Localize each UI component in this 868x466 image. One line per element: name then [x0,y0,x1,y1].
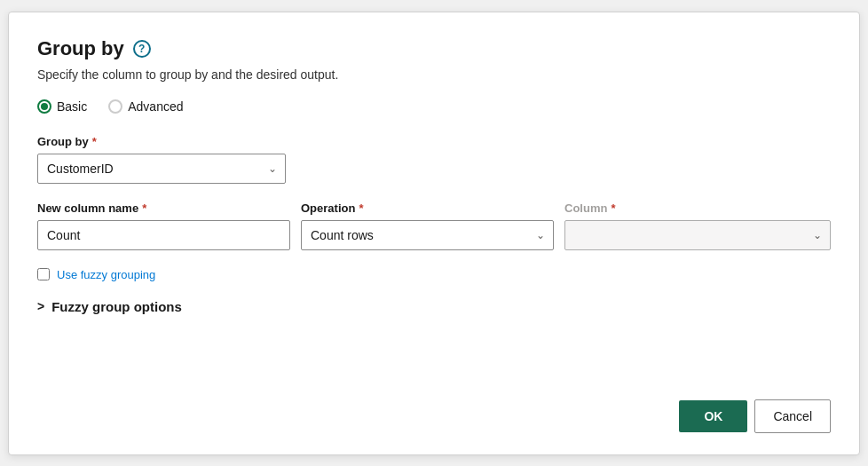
operation-required: * [359,201,363,215]
column-field: Column * ⌄ [564,201,831,250]
operation-label: Operation * [301,201,554,215]
group-by-select[interactable]: CustomerID OrderID ProductID [37,154,286,184]
aggregation-row: New column name * Operation * Count rows… [37,201,831,250]
fuzzy-grouping-row: Use fuzzy grouping [37,268,831,281]
column-select-wrapper: ⌄ [564,220,831,250]
operation-field: Operation * Count rows Sum Average Min M… [301,201,554,250]
column-required: * [611,201,615,215]
operation-select[interactable]: Count rows Sum Average Min Max Count dis… [301,220,554,250]
group-by-required: * [92,135,97,148]
dialog-footer: OK Cancel [679,399,831,433]
fuzzy-options-expander[interactable]: > Fuzzy group options [37,299,831,314]
help-icon[interactable]: ? [133,40,151,58]
fuzzy-options-label: Fuzzy group options [51,299,182,314]
ok-button[interactable]: OK [679,400,747,432]
new-column-field: New column name * [37,201,290,250]
radio-advanced[interactable]: Advanced [108,99,183,114]
radio-basic-input[interactable] [37,99,51,114]
group-by-select-wrapper: CustomerID OrderID ProductID ⌄ [37,154,286,184]
fuzzy-options-chevron-icon: > [37,299,44,313]
column-select [564,220,831,250]
new-column-input[interactable] [37,220,290,250]
new-column-label: New column name * [37,201,290,215]
radio-advanced-label: Advanced [128,99,183,114]
group-by-field: Group by * CustomerID OrderID ProductID … [37,135,831,184]
group-by-label: Group by * [37,135,831,148]
fuzzy-grouping-label[interactable]: Use fuzzy grouping [57,268,155,281]
operation-select-wrapper: Count rows Sum Average Min Max Count dis… [301,220,554,250]
cancel-button[interactable]: Cancel [754,399,831,433]
radio-advanced-input[interactable] [108,99,122,114]
radio-basic[interactable]: Basic [37,99,87,114]
mode-radio-group: Basic Advanced [37,99,831,114]
dialog-subtitle: Specify the column to group by and the d… [37,67,831,82]
column-label: Column * [564,201,831,215]
dialog-title: Group by [37,37,124,60]
radio-basic-label: Basic [57,99,87,114]
group-by-dialog: Group by ? Specify the column to group b… [8,12,860,455]
dialog-title-row: Group by ? [37,37,831,60]
new-column-required: * [142,201,146,215]
fuzzy-grouping-checkbox[interactable] [37,268,50,280]
